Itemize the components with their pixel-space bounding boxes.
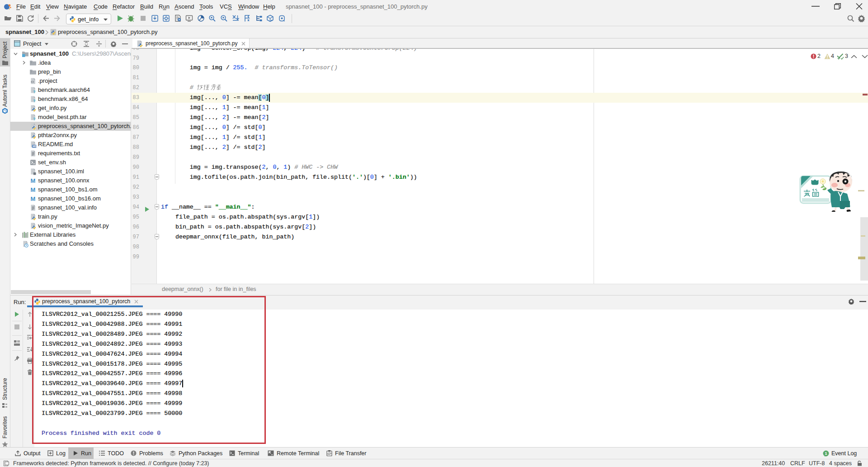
svg-text:?: ? xyxy=(33,117,36,121)
svg-text:MD: MD xyxy=(33,145,37,148)
svg-text:M: M xyxy=(31,177,36,184)
svg-text:?: ? xyxy=(33,90,36,94)
svg-text:M: M xyxy=(31,186,36,193)
svg-text:M: M xyxy=(31,195,36,202)
svg-text:?: ? xyxy=(33,99,36,103)
svg-text:1: 1 xyxy=(825,451,827,456)
